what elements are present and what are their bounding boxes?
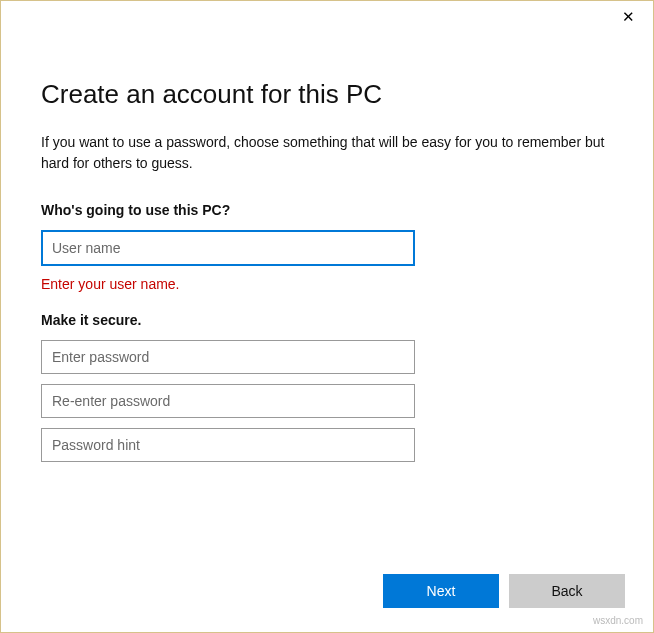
username-input[interactable]: [41, 230, 415, 266]
username-label: Who's going to use this PC?: [41, 202, 613, 218]
watermark-text: wsxdn.com: [593, 615, 643, 626]
page-title: Create an account for this PC: [41, 79, 613, 110]
username-error: Enter your user name.: [41, 276, 613, 292]
next-button[interactable]: Next: [383, 574, 499, 608]
page-subtitle: If you want to use a password, choose so…: [41, 132, 613, 174]
password-section-label: Make it secure.: [41, 312, 613, 328]
password-section: Make it secure.: [41, 312, 613, 462]
confirm-password-input[interactable]: [41, 384, 415, 418]
password-hint-input[interactable]: [41, 428, 415, 462]
back-button[interactable]: Back: [509, 574, 625, 608]
button-bar: Next Back: [383, 574, 625, 608]
password-input[interactable]: [41, 340, 415, 374]
username-section: Who's going to use this PC? Enter your u…: [41, 202, 613, 292]
dialog-content: Create an account for this PC If you wan…: [1, 1, 653, 462]
close-icon[interactable]: ✕: [613, 5, 643, 29]
dialog-window: ✕ Create an account for this PC If you w…: [0, 0, 654, 633]
